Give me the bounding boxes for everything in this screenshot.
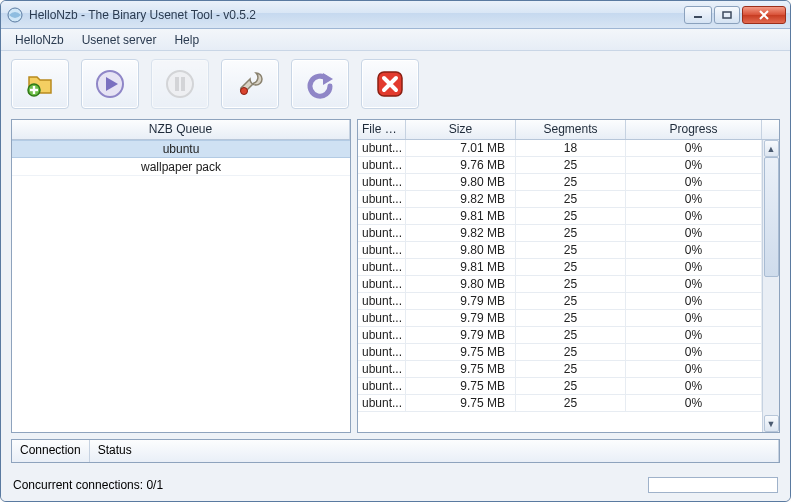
svg-rect-10 [181, 77, 185, 91]
pause-button [151, 59, 209, 109]
queue-row[interactable]: wallpaper pack [12, 158, 350, 176]
settings-button[interactable] [221, 59, 279, 109]
cell-progress: 0% [626, 225, 762, 241]
maximize-button[interactable] [714, 6, 740, 24]
overall-progress-bar [648, 477, 778, 493]
cell-file: ubunt... [358, 310, 406, 326]
scroll-up-button[interactable]: ▲ [764, 140, 779, 157]
file-row[interactable]: ubunt...9.81 MB250% [358, 259, 762, 276]
cell-segments: 25 [516, 361, 626, 377]
file-row[interactable]: ubunt...9.75 MB250% [358, 395, 762, 412]
footer-bar: Concurrent connections: 0/1 [1, 469, 790, 501]
svg-rect-2 [723, 12, 731, 18]
cell-segments: 25 [516, 174, 626, 190]
file-list-panel: File n... Size Segments Progress ubunt..… [357, 119, 780, 433]
scrollbar-vertical[interactable]: ▲ ▼ [762, 140, 779, 432]
file-row[interactable]: ubunt...9.81 MB250% [358, 208, 762, 225]
cell-file: ubunt... [358, 259, 406, 275]
minimize-button[interactable] [684, 6, 712, 24]
scroll-track[interactable] [764, 157, 779, 415]
cell-size: 9.81 MB [406, 259, 516, 275]
col-header-size[interactable]: Size [406, 120, 516, 139]
menu-usenet-server[interactable]: Usenet server [74, 31, 165, 49]
close-button[interactable] [742, 6, 786, 24]
svg-rect-5 [30, 89, 38, 91]
cell-file: ubunt... [358, 361, 406, 377]
file-row[interactable]: ubunt...9.79 MB250% [358, 310, 762, 327]
file-list[interactable]: ubunt...7.01 MB180%ubunt...9.76 MB250%ub… [358, 140, 779, 432]
cell-progress: 0% [626, 242, 762, 258]
queue-header-row: NZB Queue [12, 120, 350, 140]
col-header-progress[interactable]: Progress [626, 120, 762, 139]
cell-size: 9.81 MB [406, 208, 516, 224]
file-row[interactable]: ubunt...9.82 MB250% [358, 225, 762, 242]
cell-progress: 0% [626, 310, 762, 326]
cell-segments: 25 [516, 344, 626, 360]
cell-progress: 0% [626, 208, 762, 224]
undo-icon [303, 67, 337, 101]
connection-header[interactable]: Connection [12, 440, 90, 462]
connection-status-panel: Connection Status [11, 439, 780, 463]
queue-row[interactable]: ubuntu [12, 140, 350, 158]
queue-row-label: wallpaper pack [141, 160, 221, 174]
file-row[interactable]: ubunt...7.01 MB180% [358, 140, 762, 157]
open-nzb-button[interactable] [11, 59, 69, 109]
file-row[interactable]: ubunt...9.76 MB250% [358, 157, 762, 174]
file-row[interactable]: ubunt...9.75 MB250% [358, 344, 762, 361]
status-header[interactable]: Status [90, 440, 779, 462]
play-icon [93, 67, 127, 101]
pause-icon [163, 67, 197, 101]
title-bar[interactable]: HelloNzb - The Binary Usenet Tool - v0.5… [1, 1, 790, 29]
cell-file: ubunt... [358, 293, 406, 309]
cell-segments: 25 [516, 191, 626, 207]
file-row[interactable]: ubunt...9.80 MB250% [358, 276, 762, 293]
concurrent-connections-label: Concurrent connections: 0/1 [13, 478, 163, 492]
wrench-icon [233, 67, 267, 101]
cell-file: ubunt... [358, 225, 406, 241]
cell-segments: 25 [516, 395, 626, 411]
col-header-file[interactable]: File n... [358, 120, 406, 139]
svg-point-11 [241, 88, 248, 95]
window-controls [684, 6, 786, 24]
scroll-thumb[interactable] [764, 157, 779, 277]
menu-hellonzb[interactable]: HelloNzb [7, 31, 72, 49]
col-header-segments[interactable]: Segments [516, 120, 626, 139]
cell-file: ubunt... [358, 344, 406, 360]
cell-file: ubunt... [358, 191, 406, 207]
cell-progress: 0% [626, 174, 762, 190]
cell-segments: 25 [516, 225, 626, 241]
cell-progress: 0% [626, 293, 762, 309]
cell-size: 9.79 MB [406, 310, 516, 326]
queue-header[interactable]: NZB Queue [12, 120, 350, 139]
cell-progress: 0% [626, 395, 762, 411]
file-row[interactable]: ubunt...9.75 MB250% [358, 378, 762, 395]
cell-segments: 25 [516, 242, 626, 258]
file-row[interactable]: ubunt...9.82 MB250% [358, 191, 762, 208]
cell-file: ubunt... [358, 140, 406, 156]
file-row[interactable]: ubunt...9.80 MB250% [358, 174, 762, 191]
queue-list[interactable]: ubuntuwallpaper pack [12, 140, 350, 432]
requeue-button[interactable] [291, 59, 349, 109]
cell-size: 9.82 MB [406, 225, 516, 241]
cancel-button[interactable] [361, 59, 419, 109]
svg-rect-1 [694, 16, 702, 18]
cell-segments: 25 [516, 276, 626, 292]
file-row[interactable]: ubunt...9.79 MB250% [358, 293, 762, 310]
toolbar [1, 51, 790, 119]
file-row[interactable]: ubunt...9.80 MB250% [358, 242, 762, 259]
menu-help[interactable]: Help [166, 31, 207, 49]
content-area: NZB Queue ubuntuwallpaper pack File n...… [1, 119, 790, 439]
cell-file: ubunt... [358, 395, 406, 411]
scroll-down-button[interactable]: ▼ [764, 415, 779, 432]
cell-segments: 25 [516, 327, 626, 343]
file-header-row: File n... Size Segments Progress [358, 120, 779, 140]
file-row[interactable]: ubunt...9.79 MB250% [358, 327, 762, 344]
cell-size: 9.79 MB [406, 327, 516, 343]
file-row[interactable]: ubunt...9.75 MB250% [358, 361, 762, 378]
cell-size: 9.76 MB [406, 157, 516, 173]
start-button[interactable] [81, 59, 139, 109]
cell-progress: 0% [626, 191, 762, 207]
cell-size: 7.01 MB [406, 140, 516, 156]
cell-segments: 25 [516, 157, 626, 173]
cell-progress: 0% [626, 276, 762, 292]
